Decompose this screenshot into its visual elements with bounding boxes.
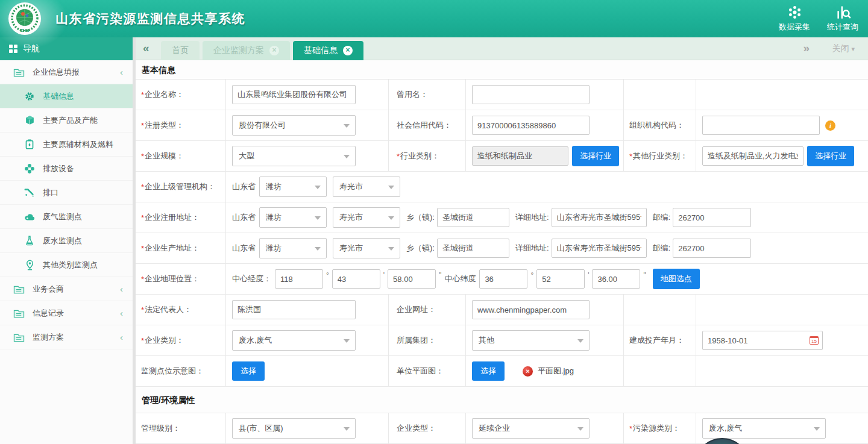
tabs-scroll-right-button[interactable]: » xyxy=(803,42,810,54)
tab-close-icon[interactable]: × xyxy=(343,46,353,55)
industry-category-input[interactable] xyxy=(472,146,568,166)
empty-cell xyxy=(696,356,868,386)
close-menu-button[interactable]: 关闭▾ xyxy=(832,43,855,54)
sidebar-item-other-monitoring[interactable]: 其他类别监测点 xyxy=(0,253,133,277)
field-label: 企业类型： xyxy=(389,413,466,443)
select-value: 寿光市 xyxy=(339,212,363,223)
longitude-degree-input[interactable] xyxy=(275,269,323,289)
sidebar-item-emission-equipment[interactable]: 排放设备 xyxy=(0,157,133,181)
calendar-icon[interactable]: 15 xyxy=(810,336,819,345)
sidebar-item-water-monitoring[interactable]: 废水监测点 xyxy=(0,229,133,253)
reg-town-input[interactable] xyxy=(437,208,509,227)
fan-icon xyxy=(23,163,36,174)
legal-representative-input[interactable] xyxy=(232,300,356,319)
info-icon[interactable]: i xyxy=(825,120,835,131)
tab-home[interactable]: 首页 xyxy=(161,41,200,60)
select-value: 废水,废气 xyxy=(239,335,272,346)
prod-detail-address-input[interactable] xyxy=(552,239,647,258)
enterprise-category-select[interactable]: 废水,废气 xyxy=(232,330,356,351)
sidebar-group-monitoring-plan[interactable]: 监测方案 ‹ xyxy=(0,325,133,349)
prod-zip-input[interactable] xyxy=(673,239,751,258)
row-superior-authority: *企业上级管理机构： 山东省 潍坊 寿光市 xyxy=(136,172,868,202)
prod-town-input[interactable] xyxy=(437,239,509,258)
enterprise-type-select[interactable]: 延续企业 xyxy=(472,418,590,439)
sidebar-item-gas-monitoring[interactable]: 废气监测点 xyxy=(0,205,133,229)
pollution-source-category-select[interactable]: 废水,废气 xyxy=(702,418,826,439)
sidebar-item-label: 其他类别监测点 xyxy=(43,260,98,270)
management-level-select[interactable]: 县(市、区属) xyxy=(232,418,356,439)
header-actions: 数据采集 统计查询 xyxy=(779,4,858,33)
chevron-left-icon: ‹ xyxy=(120,67,123,77)
town-label: 乡（镇): xyxy=(406,212,435,223)
latitude-minute-input[interactable] xyxy=(536,269,585,289)
choose-other-industry-button[interactable]: 选择行业 xyxy=(807,146,854,166)
reg-detail-address-input[interactable] xyxy=(552,208,647,227)
sidebar-group-label: 监测方案 xyxy=(33,332,64,343)
tab-enterprise-monitoring-plan[interactable]: 企业监测方案 × xyxy=(203,41,290,60)
tab-label: 企业监测方案 xyxy=(213,45,264,56)
folder-icon xyxy=(13,284,25,294)
delete-file-icon[interactable]: × xyxy=(523,366,533,377)
choose-plan-image-button[interactable]: 选择 xyxy=(472,361,505,381)
social-credit-code-input[interactable] xyxy=(472,116,590,135)
tab-bar: « 首页 企业监测方案 × 基础信息 × » 关闭▾ xyxy=(136,37,868,60)
chevron-down-icon xyxy=(344,339,350,346)
prod-county-select[interactable]: 寿光市 xyxy=(333,238,400,258)
tab-basic-info[interactable]: 基础信息 × xyxy=(293,41,363,60)
reg-city-select[interactable]: 潍坊 xyxy=(259,207,327,228)
select-value: 大型 xyxy=(239,151,254,161)
map-pick-button[interactable]: 地图选点 xyxy=(653,269,700,289)
authority-county-select[interactable]: 寿光市 xyxy=(333,177,400,197)
sidebar-item-label: 基础信息 xyxy=(43,91,74,102)
close-menu-label: 关闭 xyxy=(832,43,849,53)
latitude-degree-input[interactable] xyxy=(479,269,527,289)
field-label: *其他行业类别： xyxy=(624,141,696,171)
enterprise-scale-select[interactable]: 大型 xyxy=(232,146,356,166)
other-industry-input[interactable] xyxy=(702,146,804,166)
group-select[interactable]: 其他 xyxy=(472,330,590,351)
website-input[interactable] xyxy=(472,300,590,319)
sidebar-item-products[interactable]: 主要产品及产能 xyxy=(0,108,133,133)
sidebar-item-basic-info[interactable]: 基础信息 xyxy=(0,84,133,108)
row-registered-address: *企业注册地址： 山东省 潍坊 寿光市 乡（镇): 详细地址: 邮编: xyxy=(136,202,868,233)
former-name-input[interactable] xyxy=(472,85,590,104)
reg-county-select[interactable]: 寿光市 xyxy=(333,207,400,228)
select-value: 延续企业 xyxy=(479,423,510,434)
sidebar-group-enterprise-info[interactable]: 企业信息填报 ‹ xyxy=(0,60,133,84)
tab-close-icon[interactable]: × xyxy=(269,46,279,55)
fuel-canister-icon xyxy=(23,139,36,149)
reg-zip-input[interactable] xyxy=(673,208,751,227)
chevron-down-icon xyxy=(344,155,350,161)
chevron-down-icon xyxy=(315,247,321,254)
prod-city-select[interactable]: 潍坊 xyxy=(259,238,327,258)
tabs-scroll-left-button[interactable]: « xyxy=(143,42,149,54)
statistics-query-button[interactable]: 统计查询 xyxy=(827,4,858,33)
choose-monitoring-diagram-button[interactable]: 选择 xyxy=(232,361,265,381)
field-label: 组织机构代码： xyxy=(624,110,696,140)
sidebar-item-label: 废气监测点 xyxy=(43,211,82,222)
data-collect-button[interactable]: 数据采集 xyxy=(779,4,810,33)
sidebar-group-label: 信息记录 xyxy=(33,308,64,319)
sidebar-item-materials[interactable]: 主要原辅材料及燃料 xyxy=(0,133,133,157)
app-header: ZHB 山东省污染源监测信息共享系统 数据采集 统计查询 xyxy=(0,0,868,37)
commission-date-input[interactable] xyxy=(702,331,823,350)
sidebar-group-business-consult[interactable]: 业务会商 ‹ xyxy=(0,277,133,301)
register-type-select[interactable]: 股份有限公司 xyxy=(232,115,356,136)
sidebar-item-outlet[interactable]: 排口 xyxy=(0,181,133,205)
enterprise-name-input[interactable] xyxy=(232,85,356,104)
row-legal-representative: *法定代表人： 企业网址： xyxy=(136,295,868,325)
sidebar-item-label: 废水监测点 xyxy=(43,236,82,246)
choose-industry-button[interactable]: 选择行业 xyxy=(572,146,619,166)
empty-cell xyxy=(696,80,868,110)
authority-city-select[interactable]: 潍坊 xyxy=(259,177,327,197)
province-label: 山东省 xyxy=(232,181,256,192)
sidebar-group-info-records[interactable]: 信息记录 ‹ xyxy=(0,301,133,325)
chevron-down-icon xyxy=(814,427,820,434)
longitude-second-input[interactable] xyxy=(388,269,436,289)
degree-unit: ° xyxy=(326,264,329,280)
latitude-second-input[interactable] xyxy=(592,269,640,289)
org-code-input[interactable] xyxy=(702,116,820,135)
longitude-minute-input[interactable] xyxy=(332,269,380,289)
chevron-left-icon: ‹ xyxy=(120,308,123,318)
chevron-down-icon xyxy=(577,427,583,434)
